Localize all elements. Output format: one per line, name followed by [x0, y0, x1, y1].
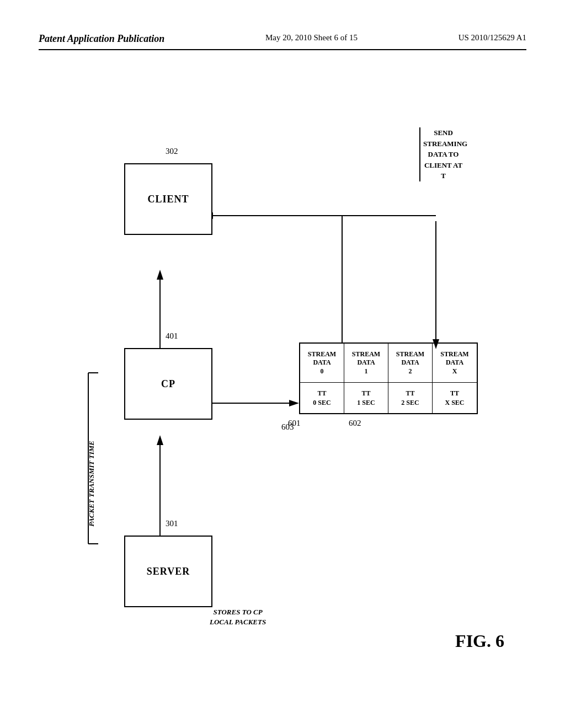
stream-ref-602: 602 — [349, 419, 361, 428]
sheet-info: May 20, 2010 Sheet 6 of 15 — [265, 33, 358, 42]
server-box: SERVER — [124, 536, 212, 607]
patent-number: US 2010/125629 A1 — [459, 33, 526, 42]
stream-table: STREAMDATA0 STREAMDATA1 STREAMDATA2 STRE… — [299, 342, 478, 414]
packet-transmit-label: PACKET TRANSMIT TIME — [87, 441, 96, 527]
client-box: CLIENT — [124, 163, 212, 235]
client-ref: 302 — [166, 147, 178, 156]
cp-box: CP — [124, 348, 212, 420]
diagram-area: 302 CLIENT 401 CP 301 SERVER STORES TO C… — [39, 61, 526, 695]
stores-label: STORES TO CPLOCAL PACKETS — [210, 607, 266, 627]
page: Patent Application Publication May 20, 2… — [0, 0, 565, 728]
svg-marker-1 — [157, 435, 163, 445]
cp-ref: 401 — [166, 331, 178, 341]
send-streaming-label: SENDSTREAMINGDATA TOCLIENT AT T — [419, 127, 463, 181]
page-header: Patent Application Publication May 20, 2… — [39, 33, 526, 50]
publication-label: Patent Application Publication — [39, 33, 164, 45]
svg-marker-3 — [157, 270, 163, 280]
stream-ref-601: 601 — [288, 419, 301, 428]
fig-label: FIG. 6 — [455, 631, 504, 651]
server-ref: 301 — [166, 519, 178, 528]
svg-marker-5 — [289, 400, 299, 406]
